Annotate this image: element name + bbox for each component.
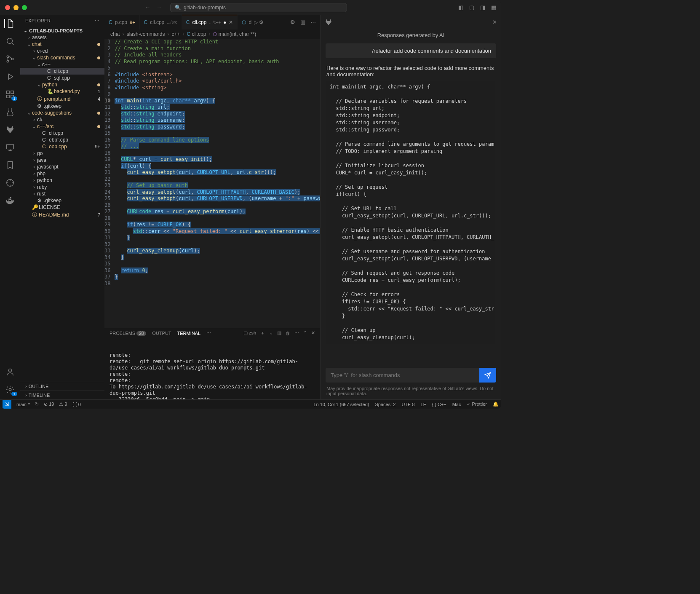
- ai-code-block[interactable]: int main(int argc, char** argv) { // Dec…: [326, 81, 495, 344]
- status-prettier[interactable]: ✓ Prettier: [467, 401, 487, 407]
- folder-python[interactable]: ⌄python: [20, 81, 104, 88]
- folder-chat[interactable]: ⌄chat: [20, 41, 104, 48]
- folder-c#[interactable]: ›c#: [20, 116, 104, 123]
- tab-close-icon[interactable]: ✕: [229, 19, 233, 25]
- panel-tab-output[interactable]: OUTPUT: [152, 331, 171, 336]
- code-editor[interactable]: 1234567891011121314151617181920212223242…: [104, 39, 320, 328]
- panel-more-actions-icon[interactable]: ⋯: [294, 330, 299, 336]
- terminal-new-icon[interactable]: ＋: [260, 330, 265, 336]
- file-.gitkeep[interactable]: ⚙.gitkeep: [20, 103, 104, 110]
- activity-scm[interactable]: [5, 54, 15, 64]
- activity-docker[interactable]: [5, 196, 15, 205]
- ai-input[interactable]: [326, 368, 479, 383]
- terminal-output[interactable]: remote: remote: git remote set-url origi…: [104, 338, 320, 399]
- file-.gitkeep[interactable]: ⚙.gitkeep: [20, 197, 104, 204]
- split-editor-icon[interactable]: ▥: [300, 19, 305, 25]
- folder-go[interactable]: ›go: [20, 150, 104, 157]
- activity-target[interactable]: [5, 178, 15, 187]
- folder-assets[interactable]: ›assets: [20, 34, 104, 41]
- editor-more-icon[interactable]: ⋯: [310, 19, 316, 25]
- run-icon[interactable]: ▷ ⚙: [254, 19, 264, 25]
- explorer-more-icon[interactable]: ⋯: [95, 18, 99, 24]
- file-cli.cpp[interactable]: Ccli.cpp: [20, 68, 104, 75]
- status-os[interactable]: Mac: [452, 402, 461, 407]
- close-window-button[interactable]: [5, 5, 10, 10]
- command-center-search[interactable]: 🔍 gitlab-duo-prompts: [170, 3, 347, 12]
- status-remote-button[interactable]: ⇲: [3, 400, 11, 409]
- status-cursor[interactable]: Ln 10, Col 1 (667 selected): [313, 402, 369, 407]
- folder-c++/src[interactable]: ⌄c++/src: [20, 123, 104, 130]
- layout-panel-icon[interactable]: ▢: [469, 4, 474, 11]
- folder-slash-commands[interactable]: ⌄slash-commands: [20, 54, 104, 61]
- terminal-split-icon[interactable]: ▥: [277, 330, 281, 336]
- tab-p.cpp[interactable]: Cp.cpp9+: [104, 15, 140, 29]
- folder-python[interactable]: ›python: [20, 177, 104, 184]
- folder-java[interactable]: ›java: [20, 157, 104, 163]
- maximize-window-button[interactable]: [22, 5, 27, 10]
- breadcrumb-segment[interactable]: C cli.cpp: [187, 31, 206, 37]
- tab-cli.cpp[interactable]: Ccli.cpp.../c++ ● ✕: [182, 15, 238, 29]
- terminal-shell-icon[interactable]: ▢ zsh: [243, 330, 256, 336]
- activity-bookmark[interactable]: [5, 161, 15, 170]
- status-spaces[interactable]: Spaces: 2: [375, 402, 396, 407]
- activity-search[interactable]: [5, 37, 15, 46]
- file-ebpf.cpp[interactable]: Cebpf.cpp: [20, 136, 104, 143]
- ai-send-button[interactable]: [479, 368, 496, 383]
- breadcrumb-segment[interactable]: chat: [110, 31, 120, 37]
- status-bell-icon[interactable]: 🔔: [493, 401, 499, 407]
- tab-cli.cpp[interactable]: Ccli.cpp.../src: [140, 15, 182, 29]
- panel-close-icon[interactable]: ✕: [311, 330, 315, 336]
- nav-back-button[interactable]: ←: [145, 4, 150, 11]
- activity-explorer[interactable]: [4, 19, 15, 28]
- timeline-section[interactable]: ›TIMELINE: [20, 391, 104, 399]
- activity-account[interactable]: [5, 367, 15, 377]
- activity-settings[interactable]: 1: [5, 385, 15, 394]
- status-lang[interactable]: { } C++: [432, 402, 446, 407]
- breadcrumb-segment[interactable]: slash-commands: [127, 31, 165, 37]
- layout-customize-icon[interactable]: ▦: [491, 4, 496, 11]
- status-sync[interactable]: ↻: [35, 401, 39, 407]
- folder-code-suggestions[interactable]: ⌄code-suggestions: [20, 110, 104, 116]
- status-warnings[interactable]: ⚠ 9: [59, 401, 67, 407]
- folder-php[interactable]: ›php: [20, 170, 104, 177]
- activity-testing[interactable]: [5, 107, 15, 117]
- activity-run[interactable]: [5, 72, 15, 81]
- activity-remote[interactable]: [5, 143, 15, 152]
- file-LICENSE[interactable]: 🔑LICENSE: [20, 204, 104, 211]
- nav-forward-button[interactable]: →: [156, 4, 162, 11]
- breadcrumb-segment[interactable]: c++: [171, 31, 180, 37]
- folder-c++[interactable]: ⌄c++: [20, 61, 104, 68]
- file-cli.cpp[interactable]: Ccli.cpp: [20, 130, 104, 136]
- ai-panel-close-icon[interactable]: ✕: [492, 19, 497, 25]
- folder-rust[interactable]: ›rust: [20, 190, 104, 197]
- activity-extensions[interactable]: 1: [5, 90, 15, 99]
- file-README.md[interactable]: ⓘREADME.md7: [20, 211, 104, 219]
- status-errors[interactable]: ⊘ 19: [44, 401, 54, 407]
- tab-d[interactable]: ⬡d ▷ ⚙: [238, 15, 268, 29]
- panel-more-icon[interactable]: ⋯: [206, 330, 211, 336]
- breadcrumb-segment[interactable]: ⬡ main(int, char **): [213, 31, 256, 37]
- status-encoding[interactable]: UTF-8: [401, 402, 414, 407]
- activity-gitlab[interactable]: [5, 125, 15, 134]
- panel-maximize-icon[interactable]: ⌃: [303, 330, 307, 336]
- minimize-window-button[interactable]: [13, 5, 19, 10]
- file-backend.py[interactable]: 🐍backend.py1: [20, 88, 104, 95]
- terminal-dropdown-icon[interactable]: ⌄: [269, 330, 273, 336]
- folder-ci-cd[interactable]: ›ci-cd: [20, 48, 104, 54]
- file-prompts.md[interactable]: ⓘprompts.md4: [20, 95, 104, 103]
- status-ports[interactable]: ⛶ 0: [72, 402, 81, 407]
- breadcrumb[interactable]: chat›slash-commands›c++›C cli.cpp›⬡ main…: [104, 29, 320, 39]
- panel-tab-terminal[interactable]: TERMINAL: [177, 331, 201, 336]
- terminal-kill-icon[interactable]: 🗑: [286, 331, 290, 336]
- status-branch[interactable]: main*: [16, 402, 30, 407]
- folder-javascript[interactable]: ›javascript: [20, 163, 104, 170]
- folder-ruby[interactable]: ›ruby: [20, 184, 104, 190]
- status-eol[interactable]: LF: [421, 402, 426, 407]
- explorer-root[interactable]: ⌄GITLAB-DUO-PROMPTS: [20, 27, 104, 34]
- layout-secondary-icon[interactable]: ◨: [480, 4, 485, 11]
- file-sql.cpp[interactable]: Csql.cpp: [20, 75, 104, 81]
- layout-primary-icon[interactable]: ◧: [458, 4, 463, 11]
- code-content[interactable]: // Create a CLI app as HTTP client// Cre…: [115, 39, 320, 328]
- editor-settings-icon[interactable]: ⚙: [290, 19, 295, 25]
- outline-section[interactable]: ›OUTLINE: [20, 382, 104, 391]
